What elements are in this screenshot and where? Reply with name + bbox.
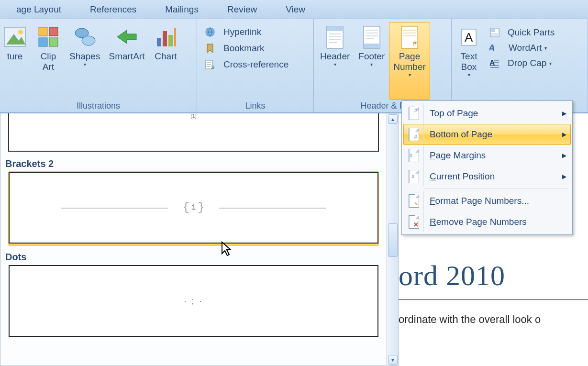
drop-cap-icon: A: [489, 58, 504, 68]
tab-mailings[interactable]: Mailings: [151, 4, 213, 15]
gallery-partial-tag: [1]: [190, 113, 196, 119]
group-links-label: Links: [199, 100, 311, 112]
menu-separator: [424, 189, 568, 189]
picture-icon: [2, 24, 27, 50]
wordart-icon: A: [489, 43, 505, 53]
text-box-label: Text Box: [461, 51, 477, 72]
picture-button[interactable]: ture: [2, 22, 32, 100]
tab-references[interactable]: References: [76, 4, 151, 15]
tab-view[interactable]: View: [271, 4, 320, 15]
document-area: ord 2010 ordinate with the overall look …: [399, 254, 588, 326]
menu-page-margins[interactable]: # Page Margins ▶: [403, 145, 571, 166]
smartart-icon: [114, 24, 139, 50]
quick-parts-button[interactable]: Quick Parts: [486, 25, 558, 40]
wordart-button[interactable]: A WordArt ▾: [486, 40, 558, 55]
group-illustrations: ture Clip Art Shapes ▾ SmartArt: [0, 19, 197, 112]
group-links: Hyperlink Bookmark Cross-reference Links: [197, 19, 314, 112]
cross-reference-button[interactable]: Cross-reference: [201, 56, 292, 73]
dots-glyph: · ; ·: [184, 296, 203, 306]
svg-text:A: A: [465, 30, 473, 44]
svg-rect-13: [174, 28, 176, 46]
chart-button[interactable]: Chart: [149, 22, 182, 100]
page-icon: #: [409, 107, 419, 120]
svg-rect-26: [491, 33, 498, 36]
header-button[interactable]: Header ▾: [316, 22, 354, 100]
svg-rect-11: [163, 31, 167, 46]
gallery-item-partial[interactable]: [1]: [8, 113, 379, 152]
svg-rect-10: [157, 38, 161, 46]
chevron-down-icon: ▾: [549, 61, 552, 66]
menu-margins-label: Page Margins: [424, 150, 558, 161]
page-number-icon: #: [399, 24, 421, 50]
hyperlink-button[interactable]: Hyperlink: [201, 24, 292, 40]
menu-format-page-numbers[interactable]: ✎ Format Page Numbers...: [403, 190, 571, 211]
footer-icon: [361, 24, 383, 50]
page-number-gallery: [1] Brackets 2 { 1 } Dots · ; · ▲ ▼: [0, 113, 399, 366]
menu-top-of-page[interactable]: # Top of Page ▶: [403, 103, 571, 124]
menu-current-position[interactable]: # Current Position ▶: [403, 166, 571, 187]
page-number-menu: # Top of Page ▶ # Bottom of Page ▶ # Pag…: [401, 100, 573, 235]
shapes-label: Shapes: [69, 51, 100, 62]
clip-art-label: Clip Art: [41, 51, 56, 72]
menu-format-label: Format Page Numbers...: [424, 196, 570, 206]
gallery-scrollbar[interactable]: ▲ ▼: [387, 113, 399, 366]
cross-reference-label: Cross-reference: [223, 59, 288, 70]
bookmark-button[interactable]: Bookmark: [201, 40, 292, 56]
drop-cap-button[interactable]: A Drop Cap ▾: [486, 55, 558, 71]
chart-label: Chart: [155, 51, 177, 62]
header-label: Header: [320, 51, 350, 62]
clip-art-icon: [36, 24, 61, 50]
ribbon-tabs: age Layout References Mailings Review Vi…: [0, 0, 588, 19]
svg-text:A: A: [489, 43, 497, 53]
tab-review[interactable]: Review: [213, 4, 271, 15]
svg-point-8: [82, 36, 95, 45]
chevron-down-icon: ▾: [544, 45, 547, 51]
gallery-brackets2-number: 1: [191, 203, 196, 212]
chevron-down-icon: ▾: [370, 62, 373, 67]
svg-text:#: #: [413, 39, 417, 47]
gallery-item-brackets2[interactable]: { 1 }: [8, 171, 379, 246]
svg-rect-25: [491, 29, 495, 32]
gallery-item-dots[interactable]: · ; ·: [8, 265, 379, 339]
footer-label: Footer: [358, 51, 385, 62]
hyperlink-label: Hyperlink: [223, 27, 261, 37]
gallery-preview-brackets2: { 1 }: [9, 172, 378, 244]
svg-rect-19: [364, 44, 380, 48]
chevron-down-icon: ▾: [334, 62, 336, 67]
tab-page-layout[interactable]: age Layout: [2, 4, 76, 15]
menu-top-label: Top of Page: [424, 108, 558, 119]
page-number-button[interactable]: # Page Number ▾: [389, 22, 430, 100]
scroll-up-button[interactable]: ▲: [388, 114, 398, 124]
chevron-down-icon: ▾: [468, 72, 470, 78]
menu-bottom-of-page[interactable]: # Bottom of Page ▶: [403, 124, 571, 145]
document-body-fragment: ordinate with the overall look o: [399, 313, 588, 326]
cross-reference-icon: [204, 59, 220, 70]
clip-art-button[interactable]: Clip Art: [32, 22, 65, 100]
scroll-thumb[interactable]: [388, 223, 398, 257]
svg-rect-12: [168, 35, 173, 46]
drop-cap-label: Drop Cap: [508, 58, 546, 68]
group-text: A Text Box ▾ Quick Parts A WordArt ▾ A D…: [452, 19, 588, 112]
submenu-arrow-icon: ▶: [558, 152, 570, 159]
document-title-fragment: ord 2010: [399, 254, 588, 295]
group-illustrations-label: Illustrations: [2, 100, 195, 112]
menu-remove-page-numbers[interactable]: ✕ Remove Page Numbers: [403, 211, 571, 233]
shapes-icon: [72, 24, 97, 50]
smartart-label: SmartArt: [109, 51, 144, 62]
smartart-button[interactable]: SmartArt: [104, 22, 149, 100]
scroll-down-button[interactable]: ▼: [388, 355, 398, 365]
submenu-arrow-icon: ▶: [558, 131, 570, 138]
page-number-label: Page Number: [393, 51, 426, 72]
quick-parts-icon: [489, 27, 504, 38]
svg-rect-6: [49, 38, 58, 46]
footer-button[interactable]: Footer ▾: [354, 22, 389, 100]
submenu-arrow-icon: ▶: [558, 173, 570, 180]
page-icon: #: [409, 170, 419, 183]
page-format-icon: ✎: [409, 194, 419, 208]
menu-current-label: Current Position: [424, 171, 558, 182]
shapes-button[interactable]: Shapes ▾: [65, 22, 104, 100]
menu-bottom-label: Bottom of Page: [424, 129, 558, 140]
text-box-button[interactable]: A Text Box ▾: [454, 22, 484, 100]
document-rule: [399, 299, 588, 300]
svg-point-2: [18, 30, 23, 34]
